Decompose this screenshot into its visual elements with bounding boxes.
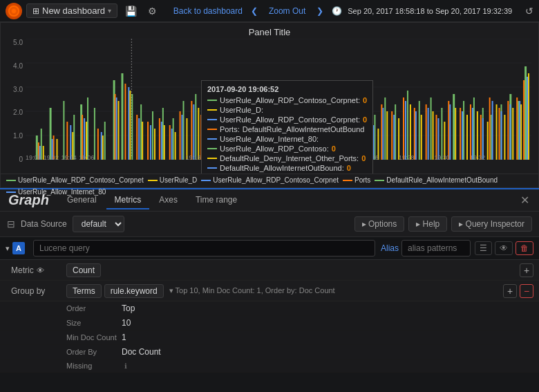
legend-item-1[interactable]: UserRule_Allow_RDP_Contoso_Corpnet <box>6 176 144 184</box>
svg-rect-20 <box>140 104 142 160</box>
svg-rect-12 <box>73 115 75 160</box>
svg-rect-58 <box>524 66 527 160</box>
tooltip-item6: UserRule_Allow_RDP_Contoso: 0 <box>207 144 367 153</box>
svg-rect-111 <box>128 87 129 160</box>
svg-rect-10 <box>50 108 52 160</box>
size-row: Size 10 <box>0 316 539 330</box>
zoom-chevron-right-btn[interactable]: ❯ <box>314 5 326 17</box>
svg-rect-44 <box>384 97 386 160</box>
app-logo[interactable] <box>6 3 22 19</box>
metric-value[interactable]: Count <box>66 263 101 277</box>
query-section: ▾ A Alias ☰ 👁 🗑 Metric 👁 Count + <box>0 237 539 373</box>
alias-input[interactable] <box>401 240 471 256</box>
alias-label: Alias <box>381 243 399 253</box>
legend-item-5[interactable]: DefaultRule_AllowInternetOutBound <box>375 176 498 184</box>
tooltip-item3: UserRule_Allow_RDP_Contoso_Corpnet: 0 <box>207 115 367 124</box>
legend-item-2[interactable]: UserRule_D <box>148 176 197 184</box>
svg-rect-11 <box>63 101 64 160</box>
svg-text:19:04: 19:04 <box>61 154 76 160</box>
svg-rect-182 <box>386 111 388 160</box>
svg-rect-184 <box>410 104 411 160</box>
groupby-type[interactable]: Terms <box>66 284 102 298</box>
query-input[interactable] <box>33 240 375 256</box>
svg-rect-104 <box>523 80 524 160</box>
y-2: 2.0 <box>3 109 23 116</box>
query-eye-btn[interactable]: 👁 <box>495 241 513 255</box>
dashboard-title: New dashboard <box>42 6 105 16</box>
svg-rect-96 <box>448 101 449 160</box>
legend-item-3[interactable]: UserRule_Allow_RDP_Contoso_Corpnet <box>201 176 339 184</box>
tooltip-item7: DefaultRule_Deny_Internet_Other_Ports: 0 <box>207 154 367 162</box>
svg-point-1 <box>12 9 16 13</box>
options-btn[interactable]: ▸ Options <box>354 216 405 232</box>
legend-item-6[interactable]: UserRule_Allow_Internet_80 <box>6 188 106 196</box>
collapse-icon[interactable]: ▾ <box>6 244 10 253</box>
svg-rect-160 <box>164 125 165 160</box>
svg-rect-43 <box>374 115 375 160</box>
zoom-out-btn[interactable]: Zoom Out <box>266 5 308 17</box>
metric-eye-icon[interactable]: 👁 <box>37 266 44 274</box>
svg-rect-93 <box>414 108 415 160</box>
missing-row: Missing ℹ <box>0 360 539 373</box>
svg-rect-21 <box>152 111 153 160</box>
svg-rect-137 <box>393 115 395 160</box>
graph-panel: Graph General Metrics Axes Time range ✕ … <box>0 188 539 373</box>
groupby-extra[interactable]: ▾ Top 10, Min Doc Count: 1, Order by: Do… <box>169 286 335 295</box>
query-icons: ☰ 👁 🗑 <box>475 241 533 255</box>
svg-rect-112 <box>138 118 140 160</box>
query-inspector-btn[interactable]: ▸ Query Inspector <box>451 216 532 232</box>
settings-btn[interactable]: ⚙ <box>144 4 160 18</box>
help-btn[interactable]: ▸ Help <box>408 216 447 232</box>
svg-rect-146 <box>492 101 493 160</box>
datasource-row: ⊟ Data Source default ▸ Options ▸ Help ▸… <box>0 212 539 237</box>
y-4: 4.0 <box>3 62 23 70</box>
query-menu-btn[interactable]: ☰ <box>475 241 492 255</box>
tooltip-item: UserRule_Allow_RDP_Contoso_Corpnet: 0 <box>207 96 367 104</box>
missing-info-icon: ℹ <box>124 362 127 370</box>
svg-rect-47 <box>419 101 420 160</box>
svg-rect-144 <box>472 108 473 160</box>
chart-tooltip: 2017-09-20 19:06:52 UserRule_Allow_RDP_C… <box>201 80 373 174</box>
size-label: Size <box>66 319 122 327</box>
svg-rect-45 <box>395 104 396 160</box>
tooltip-item2: UserRule_D: <box>207 106 367 114</box>
svg-rect-46 <box>407 91 408 160</box>
back-to-dashboard-link[interactable]: Back to dashboard <box>173 6 243 16</box>
svg-rect-142 <box>449 104 451 160</box>
dashboard-arrow-icon: ▾ <box>108 7 111 15</box>
svg-rect-163 <box>198 108 199 160</box>
groupby-label: Group by <box>11 286 66 296</box>
dashboard-name-btn[interactable]: ⊞ New dashboard ▾ <box>26 3 117 18</box>
min-doc-row: Min Doc Count 1 <box>0 330 539 345</box>
dashboard-grid-icon: ⊞ <box>32 6 39 16</box>
svg-rect-69 <box>169 125 171 160</box>
zoom-chevron-left-btn[interactable]: ❮ <box>248 5 261 17</box>
tooltip-item8: DefaultRule_AllowInternetOutBound: 0 <box>207 164 367 172</box>
svg-rect-62 <box>82 115 83 160</box>
groupby-add-btn[interactable]: + <box>503 284 517 298</box>
svg-rect-158 <box>142 122 143 160</box>
legend-item-4[interactable]: Ports <box>343 176 370 184</box>
svg-rect-70 <box>180 111 181 160</box>
svg-rect-115 <box>171 129 173 160</box>
order-value: Top <box>122 304 135 313</box>
refresh-btn[interactable]: ↺ <box>525 6 533 17</box>
save-dashboard-btn[interactable]: 💾 <box>122 4 140 18</box>
svg-text:19:30: 19:30 <box>435 154 450 160</box>
svg-rect-149 <box>519 101 520 160</box>
datasource-select[interactable]: default <box>73 216 124 232</box>
query-delete-btn[interactable]: 🗑 <box>516 241 533 255</box>
svg-rect-102 <box>507 101 509 160</box>
size-value: 10 <box>122 318 131 328</box>
groupby-actions: + − <box>503 284 533 298</box>
svg-rect-195 <box>520 104 522 160</box>
svg-rect-193 <box>504 115 505 160</box>
svg-rect-48 <box>431 97 432 160</box>
svg-rect-16 <box>104 122 106 160</box>
groupby-field[interactable]: rule.keyword <box>104 284 164 298</box>
chart-container[interactable]: 5.0 4.0 3.0 2.0 1.0 0 <box>1 39 538 174</box>
query-letter: A <box>12 242 25 254</box>
svg-rect-136 <box>382 108 384 160</box>
groupby-remove-btn[interactable]: − <box>520 284 533 298</box>
metric-add-btn[interactable]: + <box>520 263 533 277</box>
